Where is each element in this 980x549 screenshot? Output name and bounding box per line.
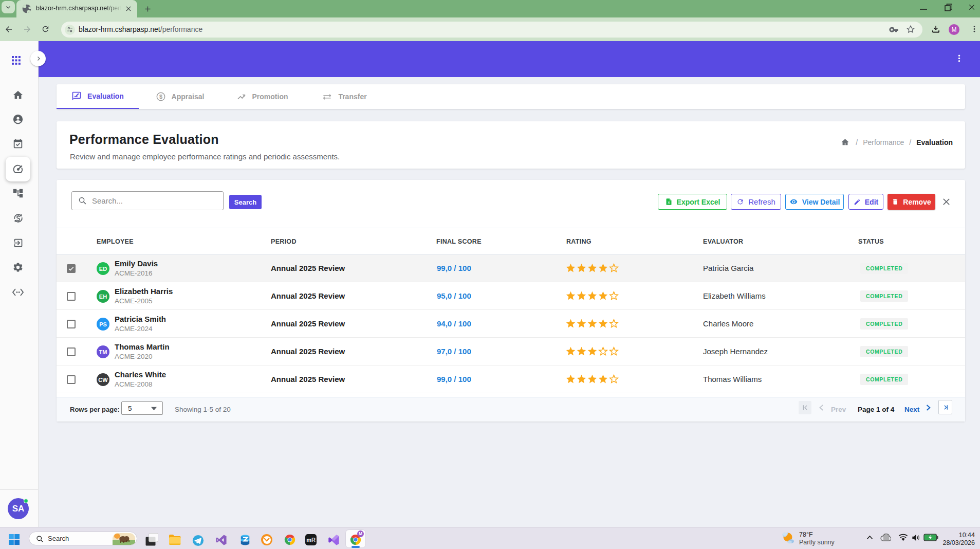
svg-text:$: $ <box>159 94 162 100</box>
svg-text:X: X <box>668 201 670 204</box>
